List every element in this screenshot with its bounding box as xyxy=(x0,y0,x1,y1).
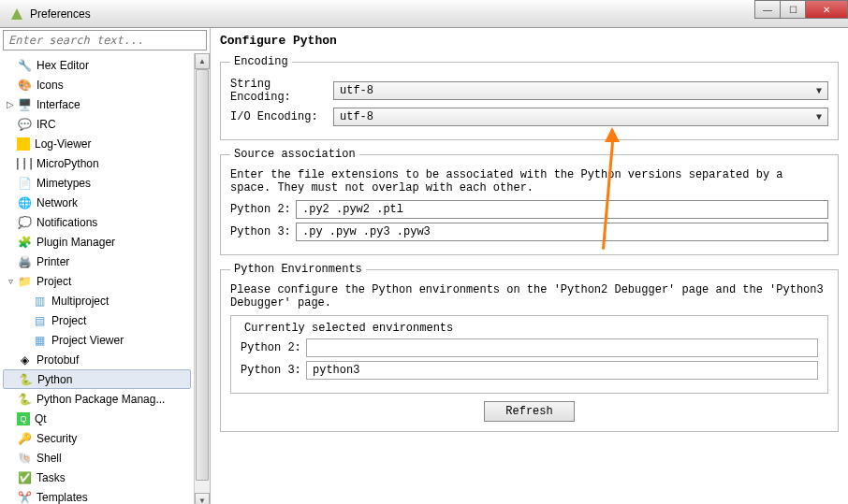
assoc-py2-input[interactable] xyxy=(296,200,828,219)
tasks-icon: ✅ xyxy=(17,470,32,485)
refresh-button[interactable]: Refresh xyxy=(484,401,574,422)
sidebar-scrollbar[interactable]: ▲ ▼ xyxy=(194,53,210,504)
tree-item-python[interactable]: ▷🐍Python xyxy=(3,369,191,389)
environments-group: Python Environments Please configure the… xyxy=(220,263,839,432)
sidebar: ▷🔧Hex Editor ▷🎨Icons ▷🖥️Interface ▷💬IRC … xyxy=(0,28,211,504)
main-panel: Configure Python Encoding String Encodin… xyxy=(211,28,848,504)
protobuf-icon: ◈ xyxy=(17,353,32,367)
scroll-thumb[interactable] xyxy=(196,69,209,481)
tree-item-tasks[interactable]: ▷✅Tasks xyxy=(0,468,194,487)
search-input[interactable] xyxy=(3,30,207,50)
multiproject-icon: ▥ xyxy=(32,294,47,309)
app-icon xyxy=(9,7,24,22)
mime-icon: 📄 xyxy=(17,176,32,191)
close-button[interactable]: ✕ xyxy=(805,0,848,19)
hex-icon: 🔧 xyxy=(17,58,32,73)
string-encoding-combo[interactable]: utf-8▼ xyxy=(333,81,828,100)
chevron-down-icon: ▼ xyxy=(816,86,822,96)
micropython-icon: ||| xyxy=(17,156,32,171)
tree-item-hex-editor[interactable]: ▷🔧Hex Editor xyxy=(0,55,194,75)
tree-item-mimetypes[interactable]: ▷📄Mimetypes xyxy=(0,173,194,193)
tree-item-shell[interactable]: ▷🐚Shell xyxy=(0,448,194,468)
preferences-tree[interactable]: ▷🔧Hex Editor ▷🎨Icons ▷🖥️Interface ▷💬IRC … xyxy=(0,53,194,504)
interface-icon: 🖥️ xyxy=(17,97,32,112)
titlebar: Preferences — ☐ ✕ xyxy=(0,0,848,28)
source-assoc-legend: Source association xyxy=(230,148,359,161)
current-env-label: Currently selected environments xyxy=(241,322,457,335)
environments-help: Please configure the Python environments… xyxy=(230,283,828,310)
irc-icon: 💬 xyxy=(17,117,32,132)
env-py2-value xyxy=(306,338,818,357)
printer-icon: 🖨️ xyxy=(17,254,32,269)
templates-icon: ✂️ xyxy=(17,490,32,505)
source-assoc-help: Enter the file extensions to be associat… xyxy=(230,168,828,194)
project-sub-icon: ▤ xyxy=(32,313,47,328)
string-encoding-label: String Encoding: xyxy=(230,78,333,104)
env-py2-label: Python 2: xyxy=(241,341,306,354)
security-icon: 🔑 xyxy=(17,431,32,446)
project-icon: 📁 xyxy=(17,274,32,289)
environments-legend: Python Environments xyxy=(230,263,366,276)
scroll-down-button[interactable]: ▼ xyxy=(195,493,210,504)
io-encoding-combo[interactable]: utf-8▼ xyxy=(333,108,828,126)
tree-item-icons[interactable]: ▷🎨Icons xyxy=(0,75,194,94)
scroll-up-button[interactable]: ▲ xyxy=(195,53,210,69)
encoding-group: Encoding String Encoding: utf-8▼ I/O Enc… xyxy=(220,55,839,140)
tree-item-security[interactable]: ▷🔑Security xyxy=(0,428,194,448)
log-icon xyxy=(17,137,30,151)
env-py3-label: Python 3: xyxy=(241,364,306,377)
tree-item-qt[interactable]: ▷QQt xyxy=(0,409,194,428)
chevron-down-icon: ▼ xyxy=(816,112,822,122)
tree-item-python-pkg[interactable]: ▷🐍Python Package Manag... xyxy=(0,389,194,409)
maximize-button[interactable]: ☐ xyxy=(780,0,806,19)
tree-item-templates[interactable]: ▷✂️Templates xyxy=(0,487,194,504)
tree-item-network[interactable]: ▷🌐Network xyxy=(0,193,194,212)
tree-item-printer[interactable]: ▷🖨️Printer xyxy=(0,252,194,271)
source-assoc-group: Source association Enter the file extens… xyxy=(220,148,839,255)
tree-item-project-sub[interactable]: ▷▤Project xyxy=(0,310,194,330)
tree-item-project-viewer[interactable]: ▷▦Project Viewer xyxy=(0,330,194,350)
assoc-py3-input[interactable] xyxy=(296,223,828,241)
encoding-legend: Encoding xyxy=(230,55,292,68)
network-icon: 🌐 xyxy=(17,195,32,210)
qt-icon: Q xyxy=(17,412,30,425)
page-title: Configure Python xyxy=(220,34,839,48)
tree-item-project[interactable]: ▿📁Project xyxy=(0,271,194,291)
tree-item-micropython[interactable]: ▷|||MicroPython xyxy=(0,153,194,173)
project-viewer-icon: ▦ xyxy=(32,333,47,348)
tree-item-interface[interactable]: ▷🖥️Interface xyxy=(0,94,194,114)
icons-icon: 🎨 xyxy=(17,78,32,93)
assoc-py3-label: Python 3: xyxy=(230,225,296,238)
python-pkg-icon: 🐍 xyxy=(17,392,32,407)
minimize-button[interactable]: — xyxy=(754,0,781,19)
shell-icon: 🐚 xyxy=(17,451,32,466)
tree-item-log-viewer[interactable]: ▷Log-Viewer xyxy=(0,134,194,153)
assoc-py2-label: Python 2: xyxy=(230,203,296,216)
env-py3-value: python3 xyxy=(306,361,818,380)
tree-item-protobuf[interactable]: ▷◈Protobuf xyxy=(0,350,194,369)
notifications-icon: 💭 xyxy=(17,215,32,230)
io-encoding-label: I/O Encoding: xyxy=(230,110,333,123)
plugin-icon: 🧩 xyxy=(17,235,32,250)
tree-item-multiproject[interactable]: ▷▥Multiproject xyxy=(0,291,194,310)
python-icon: 🐍 xyxy=(18,372,33,387)
tree-item-irc[interactable]: ▷💬IRC xyxy=(0,114,194,134)
current-env-group: Currently selected environments Python 2… xyxy=(230,315,828,394)
window-title: Preferences xyxy=(30,7,91,21)
tree-item-notifications[interactable]: ▷💭Notifications xyxy=(0,212,194,232)
tree-item-plugin-manager[interactable]: ▷🧩Plugin Manager xyxy=(0,232,194,252)
